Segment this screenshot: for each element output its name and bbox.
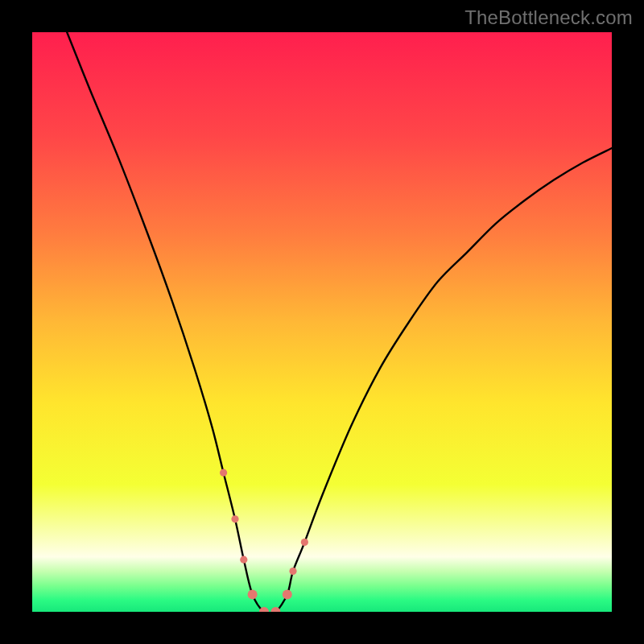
marker-dot xyxy=(301,539,308,546)
marker-dot xyxy=(248,589,258,599)
chart-frame: TheBottleneck.com xyxy=(0,0,644,644)
marker-dot xyxy=(240,556,247,564)
marker-dot xyxy=(289,568,296,575)
plot-area xyxy=(32,32,612,612)
marker-dot xyxy=(231,515,238,522)
marker-dot xyxy=(220,469,227,477)
watermark-label: TheBottleneck.com xyxy=(464,6,633,29)
marker-dot xyxy=(283,589,292,599)
chart-svg xyxy=(32,32,612,612)
gradient-background xyxy=(32,32,612,612)
